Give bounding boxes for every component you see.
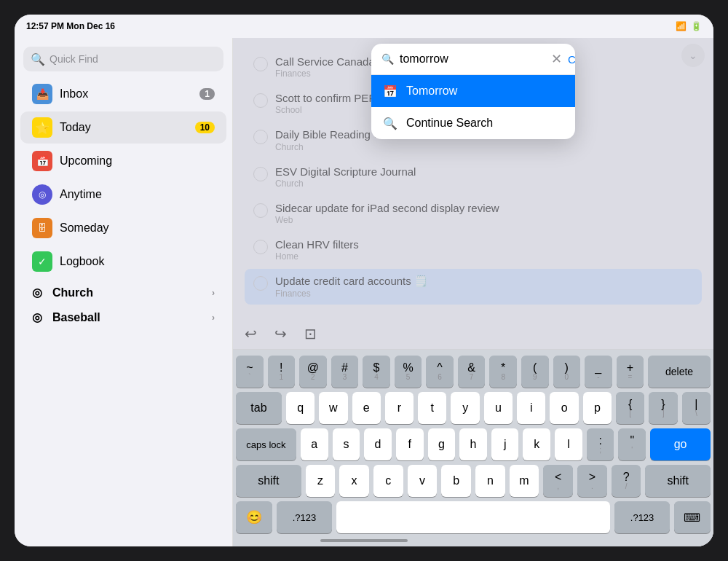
search-dropdown: 🔍 ✕ Cancel 📅 Tomorrow 🔍 Continue Search [371,44,575,139]
key-o[interactable]: o [550,392,578,424]
key-z[interactable]: z [306,465,336,497]
punct-123-right-key[interactable]: .?123 [614,501,669,533]
key-g[interactable]: g [428,428,456,460]
sidebar-group-church[interactable]: ◎ Church › [20,278,226,303]
key-s[interactable]: s [333,428,360,460]
status-icons: 📶 🔋 [676,21,702,31]
church-group-label: Church [52,286,93,299]
key-rparen-0[interactable]: )0 [553,356,581,388]
keyboard-row-1: ~` !1 @2 #3 $4 %5 [236,356,711,388]
punct-123-left-key[interactable]: .?123 [277,501,331,533]
key-b[interactable]: b [441,465,471,497]
clear-button[interactable]: ✕ [551,51,562,67]
church-chevron-icon: › [212,288,215,298]
upcoming-icon: 📅 [32,151,52,171]
key-caret-6[interactable]: ^6 [426,356,454,388]
key-tilde-grave[interactable]: ~` [236,356,264,388]
someday-icon: 🗄 [32,218,52,238]
today-label: Today [60,121,195,134]
baseball-chevron-icon: › [212,313,215,323]
key-q[interactable]: q [286,392,314,424]
home-indicator [320,539,408,542]
caps-lock-key[interactable]: caps lock [236,428,296,460]
sidebar-item-logbook[interactable]: ✓ Logbook [20,246,226,278]
sidebar-item-anytime[interactable]: ◎ Anytime [20,178,226,211]
dropdown-item-continue-search[interactable]: 🔍 Continue Search [371,107,575,139]
tomorrow-label: Tomorrow [406,85,457,98]
emoji-key[interactable]: 😊 [236,501,272,533]
keyboard-icon-key[interactable]: ⌨ [674,501,711,533]
dropdown-item-tomorrow[interactable]: 📅 Tomorrow [371,75,575,107]
key-amp-7[interactable]: &7 [458,356,486,388]
sidebar-item-upcoming[interactable]: 📅 Upcoming [20,145,226,177]
go-key[interactable]: go [650,428,711,460]
wifi-icon: 📶 [676,21,687,31]
key-n[interactable]: n [475,465,505,497]
key-e[interactable]: e [352,392,381,424]
shift-right-key[interactable]: shift [645,465,711,497]
key-d[interactable]: d [364,428,392,460]
continue-search-icon: 🔍 [381,114,399,132]
key-question-slash[interactable]: ?/ [612,465,641,497]
keyboard-row-3: caps lock a s d f g h j k l :; "' [236,428,711,460]
sidebar-group-baseball[interactable]: ◎ Baseball › [20,303,226,328]
search-input[interactable] [400,52,545,66]
sidebar-item-today[interactable]: ⭐ Today 10 [20,111,226,144]
key-a[interactable]: a [301,428,328,460]
keyboard: ~` !1 @2 #3 $4 %5 [233,350,713,546]
search-input-icon: 🔍 [381,53,394,65]
today-icon: ⭐ [32,117,52,138]
key-j[interactable]: j [491,428,519,460]
key-dollar-4[interactable]: $4 [363,356,390,388]
key-lt-comma[interactable]: <, [543,465,573,497]
key-under-minus[interactable]: _- [585,356,612,388]
space-key[interactable] [336,501,611,533]
delete-key[interactable]: delete [648,356,711,388]
main-content: ⌄ Call Service Canada Finances Scott to … [233,38,713,546]
key-y[interactable]: y [451,392,479,424]
shift-left-key[interactable]: shift [236,465,301,497]
key-plus-equal[interactable]: += [617,356,644,388]
keyboard-row-4: shift z x c v b n m <, >. ?/ [236,465,711,497]
battery-icon: 🔋 [691,21,702,31]
key-w[interactable]: w [319,392,347,424]
key-v[interactable]: v [408,465,438,497]
key-quote-dquote[interactable]: "' [618,428,646,460]
key-rbrace[interactable]: }] [649,392,677,424]
key-c[interactable]: c [373,465,403,497]
key-pipe-backslash[interactable]: |\ [682,392,711,424]
key-lparen-9[interactable]: (9 [521,356,549,388]
key-f[interactable]: f [396,428,424,460]
key-at-2[interactable]: @2 [299,356,327,388]
key-hash-3[interactable]: #3 [331,356,359,388]
key-l[interactable]: l [555,428,582,460]
someday-label: Someday [60,221,215,235]
quick-find-bar[interactable]: 🔍 Quick Find [23,47,223,71]
cancel-button[interactable]: Cancel [568,53,575,66]
baseball-group-icon: ◎ [32,310,47,325]
key-exclaim-1[interactable]: !1 [268,356,296,388]
tab-key[interactable]: tab [236,392,282,424]
search-input-row: 🔍 ✕ Cancel [371,44,575,75]
key-u[interactable]: u [484,392,513,424]
key-star-8[interactable]: *8 [489,356,517,388]
key-p[interactable]: p [583,392,612,424]
key-t[interactable]: t [418,392,446,424]
key-h[interactable]: h [459,428,487,460]
sidebar-item-inbox[interactable]: 📥 Inbox 1 [20,78,226,110]
key-gt-period[interactable]: >. [577,465,607,497]
key-percent-5[interactable]: %5 [395,356,422,388]
anytime-icon: ◎ [32,184,52,205]
key-r[interactable]: r [385,392,414,424]
key-lbrace[interactable]: {[ [616,392,644,424]
key-i[interactable]: i [517,392,545,424]
keyboard-bottom-row: 😊 .?123 .?123 ⌨ [236,501,711,533]
key-x[interactable]: x [339,465,369,497]
key-k[interactable]: k [523,428,550,460]
app-content: 🔍 Quick Find 📥 Inbox 1 ⭐ Today 10 [15,38,713,546]
key-colon-semi[interactable]: :; [587,428,614,460]
inbox-label: Inbox [60,87,199,101]
sidebar-item-someday[interactable]: 🗄 Someday [20,212,226,244]
key-m[interactable]: m [510,465,539,497]
inbox-badge: 1 [199,88,215,100]
